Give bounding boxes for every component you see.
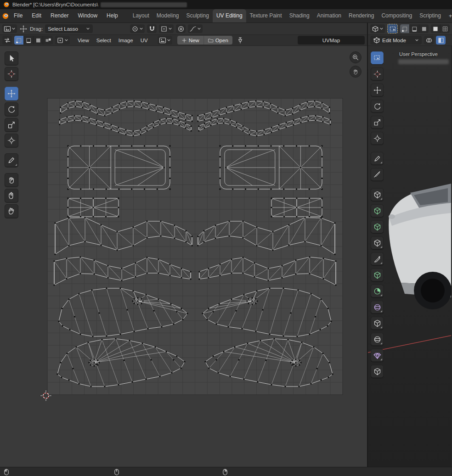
relax-brush-tool[interactable] xyxy=(5,189,18,202)
scale-tool[interactable] xyxy=(371,116,384,129)
pinch-brush-tool[interactable] xyxy=(5,204,18,218)
editor-area: Drag: Select Lasso xyxy=(0,23,452,467)
move-tool[interactable] xyxy=(371,84,384,96)
uv-menu-view[interactable]: View xyxy=(74,35,93,45)
mouse-right-hint-icon xyxy=(222,469,228,476)
tab-animation[interactable]: Animation xyxy=(313,9,345,22)
sticky-selection-dropdown[interactable] xyxy=(55,36,70,45)
tab-compositing[interactable]: Compositing xyxy=(378,9,416,22)
edge-mode-icon xyxy=(411,25,418,33)
image-icon xyxy=(159,37,166,44)
view-perspective-label: User Perspective xyxy=(399,51,438,57)
overlays-button[interactable] xyxy=(424,36,434,45)
xray-icon xyxy=(437,37,445,44)
uv-menu-uv[interactable]: UV xyxy=(137,35,152,45)
falloff-dropdown[interactable] xyxy=(188,24,203,33)
xray-toggle[interactable] xyxy=(436,36,446,45)
menu-window[interactable]: Window xyxy=(73,9,102,22)
rotate-tool[interactable] xyxy=(371,100,384,112)
tab-texture-paint[interactable]: Texture Paint xyxy=(246,9,286,22)
cursor-tool[interactable] xyxy=(5,67,18,81)
select-box-tool[interactable] xyxy=(371,51,384,64)
uv-menu-image[interactable]: Image xyxy=(115,35,137,45)
pivot-point-dropdown[interactable] xyxy=(130,24,145,33)
inset-faces-tool[interactable] xyxy=(371,204,384,217)
menu-edit[interactable]: Edit xyxy=(27,9,46,22)
chevron-down-icon xyxy=(139,27,143,31)
open-image-button[interactable]: Open xyxy=(204,36,232,45)
shrink-fatten-tool[interactable] xyxy=(371,333,384,346)
rotate-icon xyxy=(7,105,16,114)
uv-canvas-area[interactable] xyxy=(0,46,367,467)
show-whole-scene-toggle[interactable] xyxy=(431,24,441,33)
menu-help[interactable]: Help xyxy=(102,9,123,22)
editor-type-button-3d[interactable] xyxy=(370,24,385,33)
menu-render[interactable]: Render xyxy=(46,9,73,22)
redacted-object-name xyxy=(398,59,449,64)
grab-brush-tool[interactable] xyxy=(5,173,18,187)
edge-select-mode-button[interactable] xyxy=(24,36,34,45)
cube-icon xyxy=(373,223,382,231)
cursor-tool[interactable] xyxy=(371,67,384,80)
pan-button[interactable] xyxy=(350,66,362,78)
vp-canvas-area[interactable]: User Perspective xyxy=(368,46,452,467)
vertex-mode-icon xyxy=(401,25,408,33)
tab-sculpting[interactable]: Sculpting xyxy=(183,9,213,22)
uv-map-value: UVMap xyxy=(322,38,340,43)
tab-modeling[interactable]: Modeling xyxy=(153,9,183,22)
editor-type-button[interactable] xyxy=(2,24,17,33)
topbar: FileEditRenderWindowHelp LayoutModelingS… xyxy=(0,9,452,23)
loop-cut-tool[interactable] xyxy=(371,236,384,249)
snap-toggle[interactable] xyxy=(147,24,157,33)
sticky-selection-icon xyxy=(56,37,64,44)
snapping-dropdown[interactable] xyxy=(159,24,174,33)
mode-dropdown[interactable]: Edit Mode xyxy=(370,36,422,45)
uv-map-field[interactable]: UVMap xyxy=(298,36,365,45)
proportional-toggle-3d[interactable] xyxy=(441,24,450,33)
zoom-button[interactable] xyxy=(350,51,362,63)
vertex-select-mode-button[interactable] xyxy=(400,24,410,33)
to-sphere-tool[interactable] xyxy=(371,365,384,378)
tweak-tool[interactable] xyxy=(5,51,18,65)
tab-scripting[interactable]: Scripting xyxy=(416,9,445,22)
image-browse-dropdown[interactable] xyxy=(158,36,172,45)
transform-tool[interactable] xyxy=(371,132,384,145)
edge-select-mode-button[interactable] xyxy=(410,24,419,33)
drag-mode-dropdown[interactable]: Select Lasso xyxy=(45,24,93,33)
smooth-tool[interactable] xyxy=(371,301,384,314)
measure-tool[interactable] xyxy=(371,168,384,181)
edge-slide-tool[interactable] xyxy=(371,317,384,330)
shear-tool[interactable] xyxy=(371,349,384,362)
uv-sync-selection-toggle[interactable] xyxy=(2,36,12,45)
uv-editor-header: ViewSelectImageUV New Open xyxy=(0,35,367,46)
face-select-mode-button[interactable] xyxy=(34,36,43,45)
tab-uv-editing[interactable]: UV Editing xyxy=(213,9,246,22)
poly-build-tool[interactable] xyxy=(371,269,384,281)
menu-file[interactable]: File xyxy=(9,9,27,22)
vertex-select-mode-button[interactable] xyxy=(14,36,24,45)
pin-icon[interactable] xyxy=(237,37,244,44)
face-select-mode-button[interactable] xyxy=(419,24,429,33)
tab-shading[interactable]: Shading xyxy=(286,9,313,22)
add-workspace-button[interactable]: + xyxy=(445,9,452,22)
knife-tool[interactable] xyxy=(371,252,384,265)
tab-rendering[interactable]: Rendering xyxy=(345,9,378,22)
island-select-mode-button[interactable] xyxy=(43,36,53,45)
uv-menu-select[interactable]: Select xyxy=(93,35,115,45)
proportional-editing-toggle[interactable] xyxy=(176,24,186,33)
tab-layout[interactable]: Layout xyxy=(129,9,153,22)
active-tool-select-box[interactable] xyxy=(387,24,398,34)
scale-tool[interactable] xyxy=(5,118,18,132)
chevron-down-icon xyxy=(167,38,171,42)
move-tool[interactable] xyxy=(5,87,18,101)
rotate-tool[interactable] xyxy=(5,102,18,116)
spin-tool[interactable] xyxy=(371,285,384,297)
select-box-icon xyxy=(389,25,396,33)
new-image-button[interactable]: New xyxy=(177,36,204,45)
extrude-region-tool[interactable] xyxy=(371,188,384,201)
annotate-tool[interactable] xyxy=(5,153,18,167)
bevel-tool[interactable] xyxy=(371,220,384,233)
transform-tool[interactable] xyxy=(5,134,18,147)
annotate-tool[interactable] xyxy=(371,152,384,165)
blender-menu-button[interactable] xyxy=(2,9,9,22)
